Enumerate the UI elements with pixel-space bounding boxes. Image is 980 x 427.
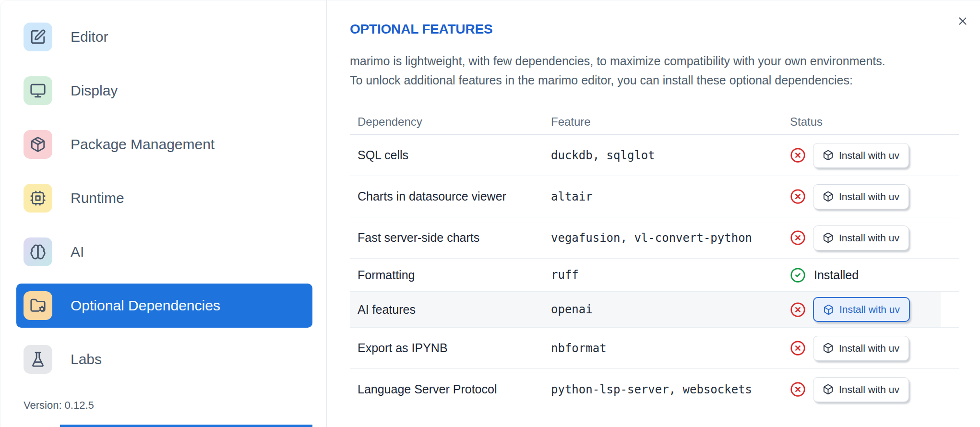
- installed-label: Installed: [814, 268, 859, 282]
- feature-cell: python-lsp-server, websockets: [543, 383, 782, 396]
- feature-cell: vegafusion, vl-convert-python: [543, 231, 782, 245]
- install-button-label: Install with uv: [839, 150, 899, 161]
- settings-dialog: EditorDisplayPackage ManagementRuntimeAI…: [0, 0, 980, 427]
- table-row-formatting: FormattingruffInstalled: [350, 259, 959, 292]
- box-icon: [823, 232, 834, 243]
- feature-cell: ruff: [543, 268, 782, 282]
- square-pen-icon: [24, 23, 52, 51]
- table-row-language-server-protocol: Language Server Protocolpython-lsp-serve…: [350, 369, 959, 410]
- sidebar-item-label: AI: [71, 244, 84, 260]
- feature-cell: openai: [543, 303, 782, 316]
- column-header-dependency: Dependency: [350, 115, 543, 129]
- settings-sidebar: EditorDisplayPackage ManagementRuntimeAI…: [0, 0, 327, 427]
- dependencies-table: Dependency Feature Status SQL cellsduckd…: [350, 109, 959, 410]
- panel-description: marimo is lightweight, with few dependen…: [350, 51, 959, 90]
- install-button-label: Install with uv: [839, 304, 900, 315]
- install-with-uv-button[interactable]: Install with uv: [813, 143, 909, 168]
- column-header-feature: Feature: [543, 115, 782, 129]
- sidebar-item-label: Optional Dependencies: [71, 297, 220, 314]
- page-title: OPTIONAL FEATURES: [350, 22, 959, 37]
- box-icon: [823, 343, 834, 354]
- cpu-icon: [24, 184, 52, 213]
- status-cell: Install with uv: [782, 377, 959, 402]
- circle-x-icon: [790, 381, 806, 397]
- feature-cell: nbformat: [543, 342, 782, 355]
- table-row-export-as-ipynb: Export as IPYNBnbformatInstall with uv: [350, 328, 959, 369]
- dependency-cell: Fast server-side charts: [350, 231, 543, 245]
- dependency-cell: SQL cells: [350, 148, 543, 162]
- circle-x-icon: [790, 230, 806, 246]
- status-cell: Installed: [782, 267, 959, 283]
- description-line-1: marimo is lightweight, with few dependen…: [350, 54, 885, 68]
- install-with-uv-button[interactable]: Install with uv: [813, 297, 910, 322]
- table-row-sql-cells: SQL cellsduckdb, sqlglotInstall with uv: [350, 135, 959, 176]
- install-with-uv-button[interactable]: Install with uv: [813, 377, 909, 402]
- circle-x-icon: [790, 302, 806, 318]
- close-button[interactable]: [956, 15, 969, 27]
- sidebar-bottom-accent-bar: [60, 425, 312, 427]
- sidebar-item-label: Package Management: [71, 136, 215, 153]
- sidebar-item-package-management[interactable]: Package Management: [16, 122, 312, 166]
- box-icon: [823, 191, 834, 202]
- optional-features-panel: OPTIONAL FEATURES marimo is lightweight,…: [327, 0, 980, 427]
- dependency-cell: Charts in datasource viewer: [350, 190, 543, 203]
- column-header-status: Status: [782, 115, 959, 129]
- sidebar-item-ai[interactable]: AI: [16, 230, 312, 274]
- circle-x-icon: [790, 147, 806, 163]
- dependency-cell: Language Server Protocol: [350, 382, 543, 396]
- sidebar-item-display[interactable]: Display: [16, 69, 312, 113]
- box-icon: [823, 384, 834, 395]
- sidebar-item-label: Editor: [71, 29, 108, 45]
- box-icon: [823, 304, 834, 315]
- install-button-label: Install with uv: [839, 232, 899, 244]
- install-button-label: Install with uv: [839, 384, 899, 395]
- status-cell: Install with uv: [782, 184, 959, 209]
- dependency-cell: Formatting: [350, 268, 543, 282]
- version-label: Version: 0.12.5: [24, 399, 94, 412]
- package-icon: [24, 130, 52, 159]
- table-row-fast-server-side-charts: Fast server-side chartsvegafusion, vl-co…: [350, 217, 959, 259]
- flask-icon: [24, 345, 52, 374]
- monitor-icon: [24, 76, 52, 105]
- table-row-ai-features: AI featuresopenaiInstall with uv: [350, 292, 959, 328]
- install-with-uv-button[interactable]: Install with uv: [813, 336, 909, 361]
- circle-x-icon: [790, 340, 806, 356]
- feature-cell: altair: [543, 190, 782, 203]
- description-line-2: To unlock additional features in the mar…: [350, 73, 853, 87]
- sidebar-item-label: Labs: [71, 351, 102, 368]
- status-cell: Install with uv: [782, 143, 959, 168]
- circle-x-icon: [790, 189, 806, 204]
- dependency-cell: Export as IPYNB: [350, 341, 543, 355]
- brain-icon: [24, 237, 52, 266]
- status-cell: Install with uv: [782, 336, 959, 361]
- status-cell: Install with uv: [782, 225, 959, 250]
- circle-check-icon: [790, 267, 806, 283]
- sidebar-item-runtime[interactable]: Runtime: [16, 176, 312, 220]
- close-icon: [956, 15, 969, 27]
- table-header: Dependency Feature Status: [350, 109, 959, 135]
- table-row-charts-in-datasource-viewer: Charts in datasource vieweraltairInstall…: [350, 176, 959, 217]
- sidebar-item-label: Display: [71, 83, 118, 99]
- sidebar-item-labs[interactable]: Labs: [16, 337, 312, 381]
- box-icon: [823, 150, 834, 161]
- sidebar-nav: EditorDisplayPackage ManagementRuntimeAI…: [0, 15, 326, 381]
- status-cell: Install with uv: [782, 297, 959, 322]
- folder-cog-icon: [24, 291, 52, 320]
- install-button-label: Install with uv: [839, 343, 899, 354]
- table-body: SQL cellsduckdb, sqlglotInstall with uvC…: [350, 135, 959, 410]
- sidebar-item-label: Runtime: [71, 190, 124, 206]
- sidebar-item-optional-dependencies[interactable]: Optional Dependencies: [16, 284, 312, 328]
- install-with-uv-button[interactable]: Install with uv: [813, 184, 909, 209]
- sidebar-item-editor[interactable]: Editor: [16, 15, 312, 59]
- feature-cell: duckdb, sqlglot: [543, 149, 782, 162]
- install-button-label: Install with uv: [839, 191, 899, 202]
- install-with-uv-button[interactable]: Install with uv: [813, 225, 909, 250]
- dependency-cell: AI features: [350, 303, 543, 317]
